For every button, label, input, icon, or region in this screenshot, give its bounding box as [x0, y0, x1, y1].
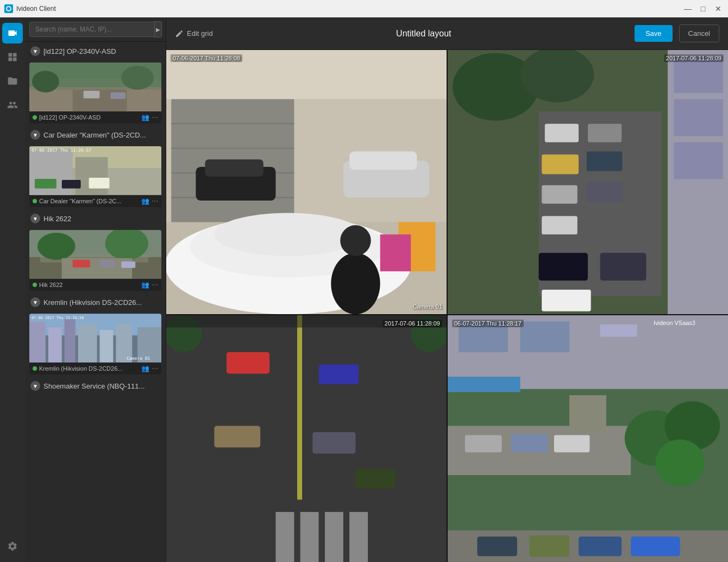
- group-collapse-icon-1: ▼: [30, 46, 40, 56]
- layout-title: Untitled layout: [219, 29, 628, 39]
- svg-point-21: [37, 233, 76, 260]
- group-collapse-icon-3: ▼: [30, 214, 40, 223]
- group-name-3: Hik 2622: [43, 215, 71, 223]
- svg-rect-94: [600, 324, 637, 337]
- camera-thumb-2: 07-06-2017 Thu 11:26:57: [29, 146, 161, 195]
- svg-rect-52: [205, 159, 263, 177]
- group-header-3[interactable]: ▼ Hik 2622: [25, 209, 166, 228]
- svg-point-100: [655, 440, 704, 486]
- camera-info-4: Kremlin (Hikvision DS-2CD26... 👥 ⋯: [29, 363, 161, 374]
- svg-rect-54: [380, 234, 411, 271]
- camera-thumb-1: [29, 63, 161, 111]
- svg-rect-14: [35, 179, 57, 189]
- svg-rect-102: [511, 434, 548, 453]
- camera-icons-3: 👥 ⋯: [141, 281, 158, 289]
- app-container: ▶ ▼ [id122] OP-2340V-ASD: [0, 17, 728, 562]
- svg-point-48: [214, 213, 361, 256]
- svg-rect-84: [214, 426, 260, 448]
- svg-rect-8: [84, 91, 100, 98]
- group-header-4[interactable]: ▼ Kremlin (Hikvision DS-2CD26...: [25, 293, 166, 311]
- video-timestamp-2: 2017-07-06 11:28:09: [664, 54, 724, 62]
- group-header-1[interactable]: ▼ [id122] OP-2340V-ASD: [25, 42, 166, 60]
- svg-rect-95: [448, 377, 520, 392]
- svg-rect-68: [587, 152, 623, 171]
- camera-panel: ▶ ▼ [id122] OP-2340V-ASD: [25, 17, 166, 562]
- camera-icons-4: 👥 ⋯: [141, 365, 158, 372]
- svg-point-56: [340, 225, 371, 256]
- svg-rect-33: [99, 330, 113, 363]
- svg-rect-15: [62, 180, 81, 189]
- camera-card-4[interactable]: 07-06-2017 Thu 11:26:58 Camera 01 Kremli…: [29, 314, 161, 374]
- sidebar-item-camera[interactable]: [2, 23, 23, 43]
- camera-info-3: Hik 2622 👥 ⋯: [29, 279, 161, 291]
- group-collapse-icon-2: ▼: [30, 130, 40, 140]
- svg-point-6: [32, 71, 59, 92]
- sidebar-item-users[interactable]: [2, 95, 23, 115]
- sidebar-item-grid[interactable]: [2, 47, 23, 67]
- camera-card-2[interactable]: 07-06-2017 Thu 11:26:57 Car Dealer "Karm…: [29, 146, 161, 207]
- group-header-5[interactable]: ▼ Shoemaker Service (NBQ-111...: [25, 377, 166, 395]
- more-icon-2[interactable]: ⋯: [152, 197, 158, 205]
- svg-rect-77: [275, 512, 294, 562]
- camera-name-4: Kremlin (Hikvision DS-2CD26...: [39, 365, 139, 372]
- svg-rect-30: [48, 327, 62, 363]
- collapse-panel-button[interactable]: ▶: [154, 21, 162, 38]
- svg-rect-81: [297, 315, 302, 499]
- ivideon-label-4: Ivideon VSaas3: [654, 320, 695, 326]
- camera-name-1: [id122] OP-2340V-ASD: [39, 114, 139, 121]
- svg-rect-23: [62, 258, 132, 279]
- save-button[interactable]: Save: [635, 25, 673, 42]
- app-title: Ivideon Client: [16, 5, 56, 13]
- svg-rect-79: [325, 512, 343, 562]
- group-icon-2: 👥: [141, 197, 149, 205]
- svg-rect-66: [588, 124, 622, 142]
- group-header-2[interactable]: ▼ Car Dealer "Karmen" (DS-2CD...: [25, 126, 166, 144]
- svg-rect-65: [545, 124, 579, 142]
- minimize-button[interactable]: —: [682, 3, 693, 14]
- video-label-1: Camera 01: [413, 303, 442, 310]
- more-icon-4[interactable]: ⋯: [152, 365, 158, 372]
- cancel-button[interactable]: Cancel: [679, 24, 719, 42]
- group-name-2: Car Dealer "Karmen" (DS-2CD...: [43, 131, 146, 139]
- svg-rect-29: [29, 322, 46, 363]
- window-controls: — □ ✕: [682, 3, 724, 14]
- more-icon-3[interactable]: ⋯: [152, 281, 158, 289]
- svg-point-1: [7, 7, 10, 10]
- svg-point-7: [121, 66, 154, 90]
- svg-rect-82: [227, 352, 269, 374]
- group-icon-4: 👥: [141, 365, 149, 372]
- video-cell-1[interactable]: 07-06-2017 Thu 11:28:08 Camera 01: [166, 50, 447, 314]
- sidebar-item-settings[interactable]: [2, 536, 23, 557]
- camera-icons-1: 👥 ⋯: [141, 114, 158, 121]
- sidebar-item-folder[interactable]: [2, 71, 23, 91]
- group-collapse-icon-5: ▼: [30, 381, 40, 391]
- status-dot-2: [33, 199, 37, 203]
- svg-rect-32: [78, 324, 97, 363]
- status-dot-3: [33, 283, 37, 287]
- close-button[interactable]: ✕: [713, 3, 724, 14]
- svg-rect-9: [110, 92, 125, 99]
- group-collapse-icon-4: ▼: [30, 297, 40, 307]
- svg-rect-67: [542, 154, 579, 174]
- svg-text:07-06-2017 Thu 11:26:57: 07-06-2017 Thu 11:26:57: [32, 148, 91, 153]
- svg-rect-104: [477, 537, 517, 557]
- search-input[interactable]: [29, 22, 161, 37]
- maximize-button[interactable]: □: [698, 3, 708, 14]
- svg-rect-72: [539, 253, 588, 280]
- svg-rect-73: [600, 253, 647, 280]
- svg-rect-13: [76, 157, 108, 195]
- search-bar: ▶: [25, 17, 166, 42]
- app-icon: [4, 4, 13, 13]
- video-cell-3[interactable]: 2017-07-06 11:28:09: [166, 315, 447, 562]
- svg-rect-106: [579, 537, 622, 557]
- svg-text:07-06-2017 Thu 11:26:58: 07-06-2017 Thu 11:26:58: [32, 316, 84, 320]
- video-timestamp-1: 07-06-2017 Thu 11:28:08: [171, 54, 242, 62]
- svg-rect-31: [65, 319, 76, 363]
- video-cell-4[interactable]: 06-07-2017 Thu 11:28:17 Ivideon VSaas3 2…: [448, 315, 728, 562]
- video-cell-2[interactable]: 2017-07-06 11:28:09: [448, 50, 728, 314]
- camera-card-1[interactable]: [id122] OP-2340V-ASD 👥 ⋯: [29, 63, 161, 123]
- more-icon-1[interactable]: ⋯: [152, 114, 158, 121]
- group-icon-3: 👥: [141, 281, 149, 289]
- edit-grid-button[interactable]: Edit grid: [175, 29, 213, 38]
- camera-card-3[interactable]: Hik 2622 👥 ⋯: [29, 230, 161, 291]
